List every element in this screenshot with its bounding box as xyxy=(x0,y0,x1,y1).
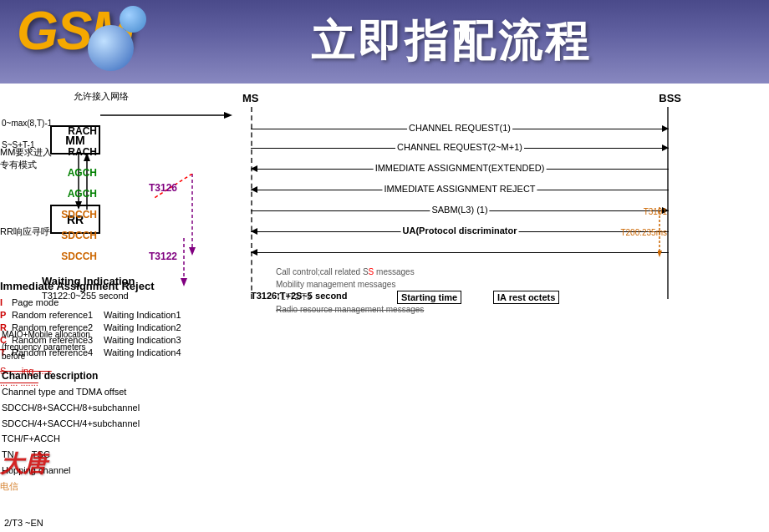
arrow-sabm: SABM(L3) (1) xyxy=(251,203,669,218)
rach-label-1: RACH xyxy=(68,125,97,137)
arrow-extra xyxy=(251,245,669,260)
sdcch-label-2: SDCCH xyxy=(61,230,97,241)
gsm-logo: GSM xyxy=(17,4,150,79)
sequence-diagram: MS BSS CHANNEL REQUEST(1) CHANNEL REQUES… xyxy=(251,84,669,305)
freq-label: (frequency parameters before xyxy=(2,342,100,361)
sdcch-label-3: SDCCH xyxy=(61,251,97,262)
page-title: 立即指配流程 xyxy=(150,13,752,71)
rach-label-2: RACH xyxy=(68,146,97,158)
bottom-note: 2/T3 ~EN xyxy=(4,518,43,528)
ms-label: MS xyxy=(242,92,259,104)
arrow-channel-req-2: CHANNEL REQUEST(2~M+1) xyxy=(251,140,669,155)
svg-marker-10 xyxy=(224,112,232,119)
arrow-channel-req-1: CHANNEL REQUEST(1) xyxy=(251,121,669,136)
main-content: 允许接入网络 MM MM要求进入 专有模式 RR RR响应寻呼 xyxy=(0,84,769,532)
range-label-2: S~S+T-1 xyxy=(2,140,34,149)
header: GSM 立即指配流程 xyxy=(0,0,769,84)
network-arrow xyxy=(100,107,242,124)
t3126-label: T3126 xyxy=(149,182,177,194)
right-panel: 0~max(8,T)-1 S~S+T-1 RACH RACH AGCH AGCH… xyxy=(0,84,100,532)
range-label-1: 0~max(8,T)-1 xyxy=(2,119,52,128)
svg-marker-12 xyxy=(658,251,662,257)
watermark: 大唐 电信 xyxy=(0,448,84,507)
agch-label-1: AGCH xyxy=(68,167,97,179)
gsm-circle2 xyxy=(88,25,134,71)
sdcch-label-1: SDCCH xyxy=(61,209,97,220)
arrow-imm-assign-ext: IMMEDIATE ASSIGNMENT(EXTENDED) xyxy=(251,161,669,176)
arrow-imm-assign-reject: IMMEDIATE ASSIGNMENT REJECT xyxy=(251,182,669,197)
starting-time-box: Starting time xyxy=(397,291,461,304)
agch-label-2: AGCH xyxy=(68,188,97,200)
t3126-detail: T3126:T+2S~5 second xyxy=(251,291,348,301)
arrow-ua: UA(Protocol discriminator xyxy=(251,224,669,239)
ia-rest-octets-box: IA rest octets xyxy=(493,291,559,304)
t3122-label: T3122 xyxy=(149,251,177,262)
maio-label: MAIO+Mobile allocation xyxy=(2,330,90,339)
chan-desc-title: Channel description xyxy=(2,367,140,384)
gsm-circle1 xyxy=(120,6,146,33)
bss-label: BSS xyxy=(659,92,681,104)
t3101-bracket xyxy=(658,203,670,257)
